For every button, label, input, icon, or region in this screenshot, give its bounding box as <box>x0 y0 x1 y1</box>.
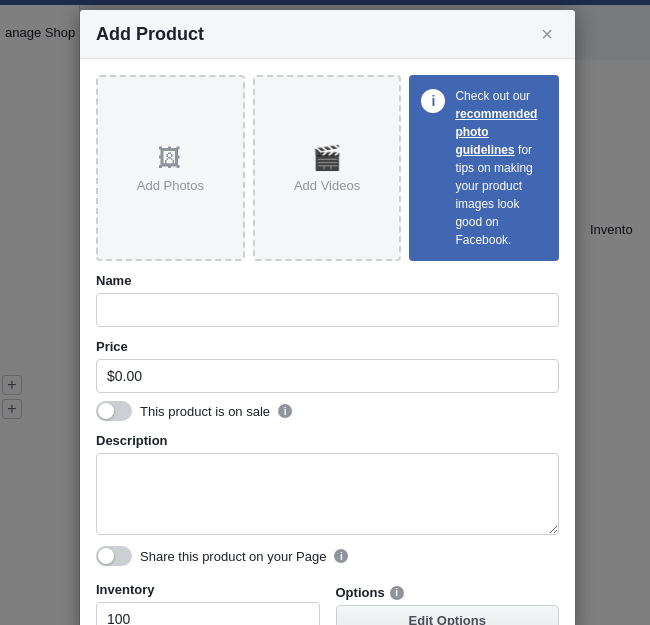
name-input[interactable] <box>96 293 559 327</box>
name-label: Name <box>96 273 559 288</box>
inventory-input[interactable] <box>96 602 320 625</box>
info-banner: i Check out our recommended photo guidel… <box>409 75 559 261</box>
share-toggle-knob <box>98 548 114 564</box>
share-toggle-label: Share this product on your Page <box>140 549 326 564</box>
add-product-modal: Add Product × 🖼 Add Photos 🎬 Add Videos … <box>80 10 575 625</box>
sale-toggle[interactable] <box>96 401 132 421</box>
sale-toggle-label: This product is on sale <box>140 404 270 419</box>
inventory-col: Inventory <box>96 570 320 625</box>
photo-icon: 🖼 <box>158 144 182 172</box>
sale-toggle-row: This product is on sale i <box>96 401 559 421</box>
description-label: Description <box>96 433 559 448</box>
options-col: Options i Edit Options <box>336 573 560 625</box>
modal-header: Add Product × <box>80 10 575 59</box>
modal-close-button[interactable]: × <box>535 22 559 46</box>
media-upload-row: 🖼 Add Photos 🎬 Add Videos i Check out ou… <box>96 75 559 261</box>
share-help-icon[interactable]: i <box>334 549 348 563</box>
modal-body: 🖼 Add Photos 🎬 Add Videos i Check out ou… <box>80 59 575 625</box>
price-input[interactable] <box>96 359 559 393</box>
sale-toggle-knob <box>98 403 114 419</box>
share-toggle-row: Share this product on your Page i <box>96 546 559 566</box>
description-input[interactable] <box>96 453 559 535</box>
inventory-options-row: Inventory Options i Edit Options <box>96 570 559 625</box>
sale-help-icon[interactable]: i <box>278 404 292 418</box>
add-photos-button[interactable]: 🖼 Add Photos <box>96 75 245 261</box>
modal-title: Add Product <box>96 24 204 45</box>
info-icon: i <box>421 89 445 113</box>
share-toggle[interactable] <box>96 546 132 566</box>
info-text: Check out our recommended photo guidelin… <box>455 87 547 249</box>
add-videos-button[interactable]: 🎬 Add Videos <box>253 75 402 261</box>
video-icon: 🎬 <box>312 144 342 172</box>
price-label: Price <box>96 339 559 354</box>
inventory-label: Inventory <box>96 582 320 597</box>
edit-options-button[interactable]: Edit Options <box>336 605 560 625</box>
options-help-icon[interactable]: i <box>390 586 404 600</box>
photo-guidelines-link[interactable]: recommended photo guidelines <box>455 107 537 157</box>
options-label-row: Options i <box>336 585 560 600</box>
